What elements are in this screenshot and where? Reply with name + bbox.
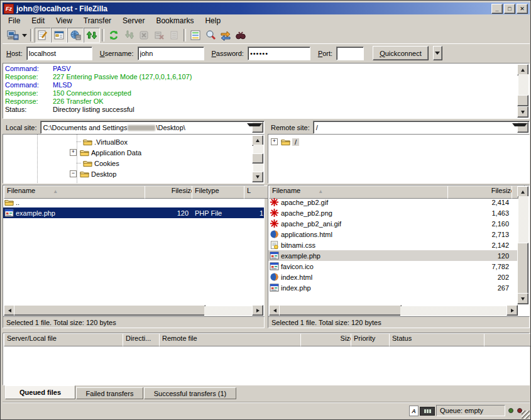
file-row-selected[interactable]: example.php 120 — [268, 250, 517, 261]
toggle-remote-tree-icon[interactable] — [67, 28, 84, 43]
queue-column-server-local-file[interactable]: Server/Local file — [4, 333, 129, 346]
remote-path: / — [316, 124, 318, 131]
file-row[interactable]: index.html 202 — [268, 272, 517, 282]
expand-icon[interactable]: + — [70, 149, 77, 156]
host-input[interactable] — [26, 47, 92, 60]
site-manager-icon[interactable] — [5, 28, 20, 42]
log-scroll-down[interactable] — [517, 106, 528, 118]
file-row[interactable]: apache_pb2.png 1,463 — [268, 207, 517, 218]
menu-view[interactable]: View — [50, 15, 78, 26]
refresh-icon[interactable] — [106, 28, 121, 42]
queue-column-size[interactable]: Size — [300, 333, 357, 346]
sort-ascending-icon: ▲ — [318, 189, 323, 194]
remote-tree: + / — [268, 134, 530, 184]
menu-help[interactable]: Help — [199, 15, 226, 26]
queue-column-remote-file[interactable]: Remote file — [159, 333, 307, 346]
tree-item-cookies[interactable]: Cookies — [77, 158, 253, 169]
tab-queued-files[interactable]: Queued files — [5, 385, 75, 399]
remote-hscroll-track[interactable] — [400, 306, 508, 316]
filesize-cell: 120 — [145, 209, 189, 217]
folder-icon — [83, 158, 92, 168]
local-selection-status: Selected 1 file. Total size: 120 bytes — [3, 316, 265, 328]
local-hscroll-right[interactable] — [252, 305, 263, 316]
local-site-label: Local site: — [3, 124, 40, 131]
file-row[interactable]: apache_pb2.gif 2,414 — [268, 197, 517, 207]
toggle-message-log-icon[interactable] — [35, 28, 51, 43]
toggle-transfer-queue-icon[interactable] — [84, 28, 100, 43]
reconnect-icon[interactable] — [167, 28, 182, 42]
menu-server[interactable]: Server — [117, 15, 150, 26]
directory-comparison-icon[interactable] — [203, 28, 218, 42]
close-button[interactable]: ✕ — [517, 4, 528, 14]
menu-bookmarks[interactable]: Bookmarks — [150, 15, 199, 26]
remote-vscroll-thumb[interactable] — [517, 243, 528, 294]
image-file-icon — [270, 219, 279, 228]
maximize-button[interactable]: □ — [504, 4, 515, 14]
local-tree-scroll-thumb[interactable] — [252, 153, 263, 163]
disconnect-icon[interactable] — [151, 28, 167, 42]
local-tree-scroll-down[interactable] — [252, 172, 263, 182]
file-row[interactable]: applications.html 2,713 — [268, 229, 517, 240]
title-bar[interactable]: Fz john@localhost - FileZilla _ □ ✕ — [3, 3, 530, 14]
tree-item-root[interactable]: + / — [271, 136, 397, 147]
transfer-queue: Server/Local file Directi... Remote file… — [3, 333, 530, 385]
file-row-selected[interactable]: example.php 120 PHP File 1 — [3, 207, 264, 218]
filter-icon[interactable] — [188, 28, 203, 42]
local-path: C:\Documents and Settings\Desktop\ — [43, 124, 185, 131]
remote-hscroll-thumb[interactable] — [279, 305, 402, 316]
collapse-icon[interactable]: − — [70, 170, 77, 177]
remote-vscroll-down[interactable] — [517, 293, 528, 304]
file-row-parent-dir[interactable]: .. — [3, 197, 264, 207]
process-queue-icon[interactable] — [121, 28, 136, 42]
queue-column-status[interactable]: Status — [389, 333, 490, 346]
synchronized-browsing-icon[interactable] — [218, 28, 233, 42]
find-files-icon[interactable] — [233, 28, 248, 42]
host-label: Host: — [6, 50, 23, 57]
censored-username — [128, 125, 155, 131]
tree-item-application-data[interactable]: + Application Data — [70, 147, 252, 158]
expand-icon[interactable]: + — [271, 138, 278, 145]
tree-item-virtualbox[interactable]: .VirtualBox — [77, 136, 253, 147]
log-line: Command:PASV — [3, 65, 529, 73]
minimize-button[interactable]: _ — [491, 4, 503, 14]
menu-file[interactable]: File — [3, 15, 26, 26]
password-input[interactable] — [248, 47, 310, 60]
port-input[interactable] — [336, 47, 364, 60]
remote-hscroll-right[interactable] — [506, 305, 518, 316]
file-row[interactable]: favicon.ico 7,782 — [268, 261, 517, 272]
log-scroll-thumb[interactable] — [517, 95, 528, 106]
remote-site-dropdown-icon[interactable] — [517, 122, 528, 133]
local-tree: .VirtualBox + Application Data Cookies −… — [3, 134, 265, 184]
file-row[interactable]: index.php 267 — [268, 282, 517, 293]
menu-edit[interactable]: Edit — [26, 15, 50, 26]
tab-failed-transfers[interactable]: Failed transfers — [76, 387, 143, 399]
resize-grip[interactable] — [522, 411, 530, 419]
username-input[interactable] — [138, 47, 204, 60]
indicator-badge-icon — [420, 407, 435, 416]
remote-vscroll-track[interactable] — [518, 196, 528, 243]
log-line: Response:227 Entering Passive Mode (127,… — [3, 73, 529, 81]
remote-site-combobox[interactable]: / — [313, 121, 530, 134]
local-site-combobox[interactable]: C:\Documents and Settings\Desktop\ — [40, 121, 265, 134]
log-line: Response:150 Connection accepted — [3, 89, 529, 97]
folder-icon — [80, 169, 89, 179]
folder-icon — [4, 197, 14, 207]
toggle-local-tree-icon[interactable] — [51, 28, 67, 43]
file-row[interactable]: bitnami.css 2,142 — [268, 240, 517, 250]
local-site-dropdown-icon[interactable] — [252, 122, 263, 133]
quickconnect-button[interactable]: Quickconnect — [373, 46, 429, 60]
css-file-icon — [270, 240, 279, 250]
window-title: john@localhost - FileZilla — [16, 4, 107, 13]
file-row[interactable]: apache_pb2_ani.gif 2,160 — [268, 218, 517, 229]
cancel-operation-icon[interactable] — [136, 28, 151, 42]
local-hscroll-thumb[interactable] — [14, 305, 205, 316]
html-file-icon — [270, 272, 279, 282]
site-manager-dropdown-icon[interactable] — [20, 28, 28, 42]
quickconnect-dropdown-icon[interactable] — [433, 46, 442, 60]
tree-item-desktop[interactable]: − Desktop — [70, 169, 252, 179]
folder-icon — [281, 137, 290, 146]
menu-transfer[interactable]: Transfer — [78, 15, 117, 26]
tab-successful-transfers[interactable]: Successful transfers (1) — [144, 387, 236, 399]
local-hscroll-track[interactable] — [204, 306, 254, 316]
folder-icon — [80, 148, 89, 157]
